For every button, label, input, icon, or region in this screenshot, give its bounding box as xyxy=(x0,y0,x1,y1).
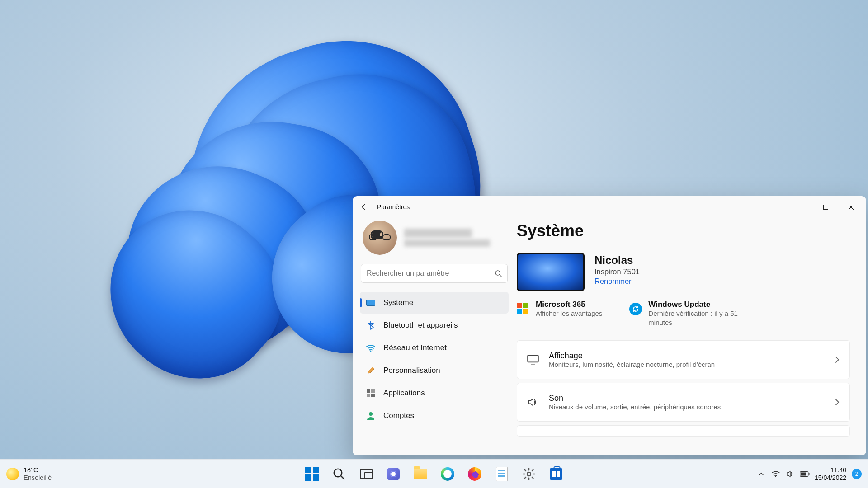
search-icon xyxy=(332,467,346,481)
nav-item-applications[interactable]: Applications xyxy=(360,382,509,404)
date: 15/04/2022 xyxy=(815,474,846,481)
display-icon xyxy=(527,354,539,366)
nav-label: Comptes xyxy=(383,411,414,420)
edge-icon xyxy=(441,467,454,481)
app-title: Paramètres xyxy=(377,203,410,211)
taskbar-center xyxy=(301,463,567,485)
device-thumbnail[interactable] xyxy=(517,253,585,291)
file-explorer-button[interactable] xyxy=(409,463,432,485)
battery-tray-icon[interactable] xyxy=(798,468,811,480)
avatar xyxy=(363,221,397,255)
titlebar: Paramètres xyxy=(353,196,866,218)
sound-icon xyxy=(527,396,539,408)
chevron-right-icon xyxy=(835,399,840,406)
close-button[interactable] xyxy=(838,196,863,218)
search-input[interactable] xyxy=(367,269,495,277)
person-icon xyxy=(366,411,375,420)
edge-button[interactable] xyxy=(436,463,459,485)
time: 11:40 xyxy=(830,466,846,474)
nav-label: Bluetooth et appareils xyxy=(383,321,458,330)
chat-icon xyxy=(387,468,400,480)
card-partial[interactable] xyxy=(517,425,850,437)
nav-item-system[interactable]: Système xyxy=(360,292,509,314)
svg-rect-6 xyxy=(367,394,370,397)
svg-point-3 xyxy=(370,351,372,352)
svg-point-12 xyxy=(775,476,776,477)
rename-link[interactable]: Renommer xyxy=(594,277,640,286)
microsoft-store-button[interactable] xyxy=(545,463,567,485)
volume-tray-icon[interactable] xyxy=(784,468,797,480)
firefox-button[interactable] xyxy=(463,463,486,485)
search-box[interactable] xyxy=(361,264,508,283)
folder-icon xyxy=(414,469,427,479)
nav-label: Applications xyxy=(383,389,425,398)
store-icon xyxy=(550,468,562,480)
svg-rect-2 xyxy=(367,300,375,306)
card-subtitle: Niveaux de volume, sortie, entrée, périp… xyxy=(549,403,825,411)
nav-item-bluetooth[interactable]: Bluetooth et appareils xyxy=(360,314,509,336)
status-windows-update[interactable]: Windows Update Dernière vérification : i… xyxy=(629,300,751,328)
taskbar: 18°C Ensoleillé 11:40 15/04/2022 2 xyxy=(0,459,868,488)
sidebar: Système Bluetooth et appareils Réseau et… xyxy=(353,218,513,455)
weather-widget[interactable]: 18°C Ensoleillé xyxy=(6,466,52,481)
gear-icon xyxy=(522,467,536,481)
account-header[interactable] xyxy=(360,218,509,264)
nav-label: Personnalisation xyxy=(383,366,440,375)
firefox-icon xyxy=(468,467,481,481)
svg-point-8 xyxy=(369,412,373,416)
tray-overflow-button[interactable] xyxy=(755,468,768,480)
notif-count: 2 xyxy=(855,471,859,477)
search-button[interactable] xyxy=(328,463,350,485)
task-view-button[interactable] xyxy=(355,463,377,485)
maximize-button[interactable] xyxy=(813,196,838,218)
document-icon xyxy=(496,467,508,481)
nav-list: Système Bluetooth et appareils Réseau et… xyxy=(360,289,509,427)
apps-icon xyxy=(366,389,375,398)
card-title: Son xyxy=(549,394,825,403)
back-button[interactable] xyxy=(359,202,369,212)
svg-rect-9 xyxy=(528,355,538,362)
device-summary: Nicolas Inspiron 7501 Renommer xyxy=(517,253,850,291)
nav-item-accounts[interactable]: Comptes xyxy=(360,405,509,427)
nav-item-personalisation[interactable]: Personnalisation xyxy=(360,360,509,381)
card-title: Affichage xyxy=(549,351,825,361)
status-title: Windows Update xyxy=(648,300,751,309)
windows-logo-icon xyxy=(305,467,319,481)
search-icon xyxy=(495,270,502,277)
sun-icon xyxy=(6,468,19,480)
card-son[interactable]: Son Niveaux de volume, sortie, entrée, p… xyxy=(517,383,850,422)
settings-taskbar-button[interactable] xyxy=(518,463,540,485)
clock[interactable]: 11:40 15/04/2022 xyxy=(813,466,848,481)
nav-label: Réseau et Internet xyxy=(383,343,447,352)
status-title: Microsoft 365 xyxy=(536,300,602,309)
page-title: Système xyxy=(517,221,850,240)
main-pane: Système Nicolas Inspiron 7501 Renommer M… xyxy=(513,218,866,455)
chat-button[interactable] xyxy=(382,463,405,485)
account-name-redacted xyxy=(404,227,490,249)
bluetooth-icon xyxy=(366,321,375,330)
card-subtitle: Moniteurs, luminosité, éclairage nocturn… xyxy=(549,361,825,368)
svg-point-11 xyxy=(527,472,531,476)
weather-temp: 18°C xyxy=(24,466,52,474)
svg-rect-5 xyxy=(371,389,375,393)
system-tray: 11:40 15/04/2022 2 xyxy=(755,466,862,481)
task-view-icon xyxy=(360,469,373,479)
weather-desc: Ensoleillé xyxy=(24,474,52,482)
notifications-button[interactable]: 2 xyxy=(852,469,862,479)
minimize-button[interactable] xyxy=(788,196,813,218)
start-button[interactable] xyxy=(301,463,323,485)
wifi-tray-icon[interactable] xyxy=(769,468,782,480)
card-affichage[interactable]: Affichage Moniteurs, luminosité, éclaira… xyxy=(517,340,850,379)
system-icon xyxy=(366,298,375,307)
nav-item-network[interactable]: Réseau et Internet xyxy=(360,337,509,359)
svg-rect-14 xyxy=(808,473,809,475)
status-subtitle: Dernière vérification : il y a 51 minute… xyxy=(648,309,751,328)
device-model: Inspiron 7501 xyxy=(594,267,640,276)
wifi-icon xyxy=(366,343,375,352)
svg-rect-0 xyxy=(823,205,828,209)
document-app-button[interactable] xyxy=(491,463,513,485)
status-microsoft365[interactable]: Microsoft 365 Afficher les avantages xyxy=(517,300,602,328)
svg-rect-7 xyxy=(371,394,375,397)
status-subtitle: Afficher les avantages xyxy=(536,309,602,318)
nav-label: Système xyxy=(383,298,413,307)
